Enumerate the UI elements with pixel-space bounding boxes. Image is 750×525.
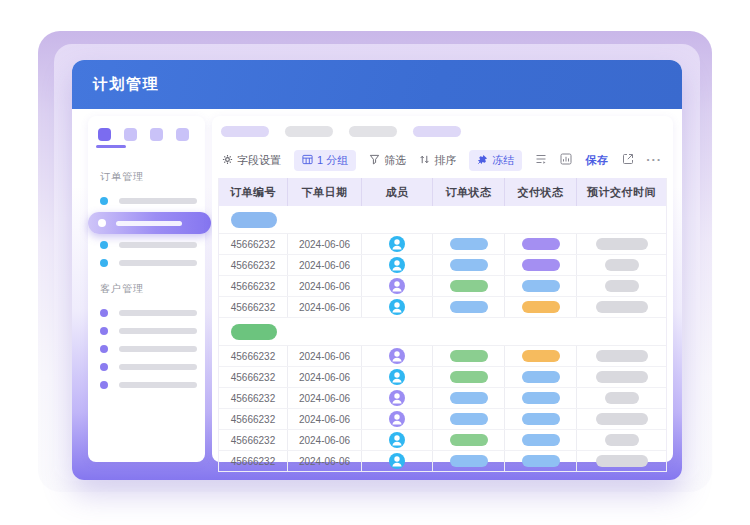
table-row[interactable]: 456662322024-06-06 [219,409,666,430]
sidebar-tabs [98,128,189,141]
column-header[interactable]: 订单状态 [433,178,505,206]
sort-button[interactable]: 排序 [419,153,456,168]
row-height-button[interactable] [535,153,547,167]
cell-member [362,367,433,387]
table-row[interactable]: 456662322024-06-06 [219,234,666,255]
cell-eta [577,451,666,471]
sidebar-item[interactable] [88,358,205,376]
sidebar-item[interactable] [88,340,205,358]
cell-eta [577,234,666,254]
cell-order-status [433,409,505,429]
sidebar-item-dot [100,259,108,267]
cell-order-number: 45666232 [219,276,288,296]
cell-member [362,255,433,275]
cell-order-number: 45666232 [219,409,288,429]
group-label: 1 分组 [317,153,348,168]
table-row[interactable]: 456662322024-06-06 [219,451,666,471]
sidebar-item-selected[interactable] [88,212,211,234]
member-avatar-icon [389,278,405,294]
cell-eta [577,409,666,429]
chart-button[interactable] [560,153,572,167]
pin-icon [477,154,488,167]
sidebar: 订单管理客户管理 [88,116,205,462]
cell-order-date: 2024-06-06 [288,255,362,275]
eta-skeleton-pill [596,301,648,313]
cell-eta [577,297,666,317]
sidebar-item-dot [98,219,106,227]
more-button[interactable]: ··· [646,155,662,165]
column-header[interactable]: 交付状态 [505,178,577,206]
delivery-status-pill [522,280,560,292]
cell-order-status [433,346,505,366]
cell-order-date: 2024-06-06 [288,409,362,429]
eta-skeleton-pill [605,280,639,292]
member-avatar-icon [389,348,405,364]
sidebar-item-skeleton-label [119,198,197,204]
sidebar-tab-active[interactable] [98,128,111,141]
cell-member [362,297,433,317]
cell-member [362,430,433,450]
column-header[interactable]: 成员 [362,178,433,206]
sidebar-item-dot [100,327,108,335]
active-tab-underline [96,145,126,148]
sidebar-item-skeleton-label [119,260,197,266]
table-row[interactable]: 456662322024-06-06 [219,297,666,318]
order-status-pill [450,301,488,313]
sidebar-item[interactable] [88,322,205,340]
order-status-pill [450,259,488,271]
sidebar-tab[interactable] [176,128,189,141]
cell-order-number: 45666232 [219,255,288,275]
sidebar-item[interactable] [88,304,205,322]
sidebar-item[interactable] [88,236,205,254]
eta-skeleton-pill [596,371,648,383]
cell-order-date: 2024-06-06 [288,388,362,408]
cell-eta [577,388,666,408]
table-row[interactable]: 456662322024-06-06 [219,346,666,367]
member-avatar-icon [389,236,405,252]
table-grid-icon [302,154,313,167]
table-row[interactable]: 456662322024-06-06 [219,430,666,451]
column-header[interactable]: 下单日期 [288,178,362,206]
cell-delivery-status [505,388,577,408]
table-row[interactable]: 456662322024-06-06 [219,388,666,409]
sidebar-item-skeleton-label [119,364,197,370]
table-row[interactable]: 456662322024-06-06 [219,255,666,276]
chart-icon [560,153,572,167]
screenshot-stage: 计划管理 订单管理客户管理 字段设置 1 分组 筛选 [0,0,750,525]
cell-order-number: 45666232 [219,346,288,366]
eta-skeleton-pill [596,455,648,467]
cell-delivery-status [505,409,577,429]
save-button[interactable]: 保存 [585,153,609,168]
sidebar-item-dot [100,197,108,205]
sidebar-item[interactable] [88,254,205,272]
sidebar-item-dot [100,381,108,389]
column-header[interactable]: 订单编号 [219,178,288,206]
window-titlebar: 计划管理 [72,60,682,109]
group-button[interactable]: 1 分组 [294,150,356,171]
sidebar-item[interactable] [88,192,205,210]
order-status-pill [450,371,488,383]
column-header[interactable]: 预计交付时间 [577,178,666,206]
member-avatar-icon [389,369,405,385]
table-row[interactable]: 456662322024-06-06 [219,276,666,297]
orders-table: 订单编号下单日期成员订单状态交付状态预计交付时间456662322024-06-… [218,178,667,472]
order-status-pill [450,434,488,446]
group-header-row[interactable] [219,318,666,346]
sidebar-item[interactable] [88,376,205,394]
skeleton-pill [221,126,269,137]
cell-member [362,276,433,296]
sidebar-tab[interactable] [124,128,137,141]
table-row[interactable]: 456662322024-06-06 [219,367,666,388]
share-button[interactable] [622,153,634,167]
sidebar-item-dot [100,345,108,353]
filter-button[interactable]: 筛选 [369,153,406,168]
cell-order-number: 45666232 [219,430,288,450]
group-header-row[interactable] [219,206,666,234]
sidebar-tab[interactable] [150,128,163,141]
cell-member [362,451,433,471]
eta-skeleton-pill [596,238,648,250]
cell-order-status [433,276,505,296]
cell-order-status [433,297,505,317]
freeze-button[interactable]: 冻结 [469,150,522,171]
field-settings-button[interactable]: 字段设置 [222,153,281,168]
